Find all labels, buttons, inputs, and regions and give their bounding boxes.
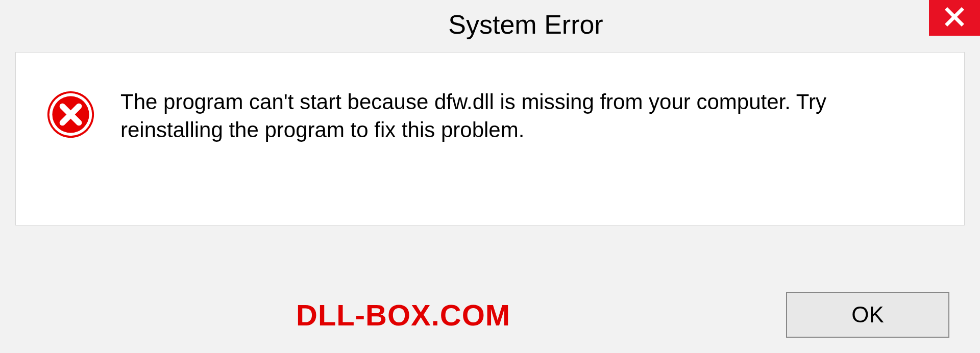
ok-button[interactable]: OK bbox=[786, 292, 949, 338]
error-icon bbox=[46, 90, 95, 139]
error-message: The program can't start because dfw.dll … bbox=[120, 88, 934, 144]
close-button[interactable] bbox=[929, 0, 980, 36]
dialog-title: System Error bbox=[448, 9, 603, 40]
close-icon bbox=[944, 7, 965, 29]
ok-button-label: OK bbox=[851, 302, 884, 327]
watermark-text: DLL-BOX.COM bbox=[296, 298, 510, 332]
message-panel: The program can't start because dfw.dll … bbox=[15, 52, 965, 225]
titlebar: System Error bbox=[0, 0, 980, 46]
footer: DLL-BOX.COM OK bbox=[0, 292, 980, 338]
